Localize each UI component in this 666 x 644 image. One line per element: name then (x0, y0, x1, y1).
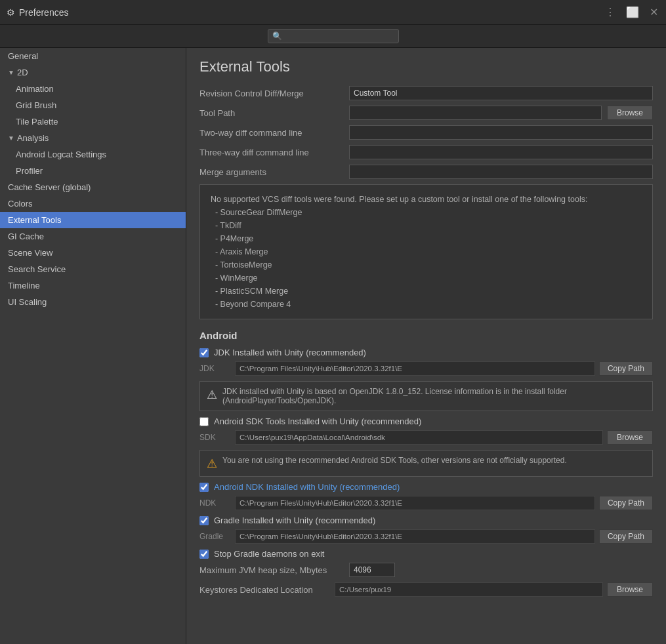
jvm-heap-label: Maximum JVM heap size, Mbytes (199, 565, 344, 575)
ndk-checkbox-label[interactable]: Android NDK Installed with Unity (recomm… (214, 482, 400, 492)
sidebar-label-general: General (8, 51, 38, 61)
revision-value[interactable] (349, 86, 653, 100)
sidebar-item-ui-scaling[interactable]: UI Scaling (0, 294, 186, 310)
close-icon[interactable]: ✕ (647, 5, 661, 20)
merge-args-label: Merge arguments (199, 167, 344, 177)
sidebar-label-external-tools: External Tools (8, 215, 61, 225)
sidebar-group-2d[interactable]: ▼ 2D (0, 64, 186, 81)
sidebar-item-colors[interactable]: Colors (0, 195, 186, 212)
sidebar: General ▼ 2D Animation Grid Brush Tile P… (0, 48, 186, 644)
sidebar-item-timeline[interactable]: Timeline (0, 277, 186, 294)
sdk-warning-text: You are not using the recommended Androi… (222, 456, 567, 465)
sdk-checkbox-row: Android SDK Tools Installed with Unity (… (199, 416, 653, 426)
sidebar-item-external-tools[interactable]: External Tools (0, 212, 186, 228)
jdk-checkbox-label: JDK Installed with Unity (recommended) (214, 348, 366, 357)
sidebar-label-gi-cache: GI Cache (8, 231, 44, 241)
keystores-browse-button[interactable]: Browse (607, 582, 653, 597)
sidebar-item-tile-palette[interactable]: Tile Palette (0, 113, 186, 130)
gradle-checkbox[interactable] (199, 516, 209, 525)
gradle-checkbox-row: Gradle Installed with Unity (recommended… (199, 515, 653, 525)
sidebar-item-android-logcat[interactable]: Android Logcat Settings (0, 146, 186, 163)
sidebar-item-gi-cache[interactable]: GI Cache (0, 228, 186, 245)
sidebar-group-analysis[interactable]: ▼ Analysis (0, 130, 186, 146)
sdk-path-input[interactable] (235, 430, 603, 445)
merge-args-row: Merge arguments (199, 165, 653, 179)
triangle-icon-2d: ▼ (8, 69, 14, 76)
content-inner: External Tools Revision Control Diff/Mer… (186, 48, 666, 613)
sdk-warning-icon: ⚠ (207, 456, 217, 471)
gradle-path-row: Gradle Copy Path (199, 529, 653, 544)
sidebar-item-profiler[interactable]: Profiler (0, 163, 186, 179)
ndk-checkbox[interactable] (199, 483, 209, 492)
tool-path-row: Tool Path Browse (199, 106, 653, 120)
content-area: External Tools Revision Control Diff/Mer… (186, 48, 666, 644)
revision-label: Revision Control Diff/Merge (199, 89, 344, 98)
search-bar: 🔍 (0, 25, 666, 48)
three-way-input[interactable] (349, 145, 653, 159)
search-icon: 🔍 (272, 31, 282, 41)
jdk-checkbox-row: JDK Installed with Unity (recommended) (199, 348, 653, 357)
more-options-icon[interactable]: ⋮ (602, 5, 618, 20)
sdk-warning-banner: ⚠ You are not using the recommended Andr… (199, 450, 653, 477)
android-heading: Android (199, 330, 653, 341)
search-input[interactable] (285, 31, 394, 41)
search-wrapper: 🔍 (268, 29, 399, 43)
jdk-path-input[interactable] (235, 361, 595, 376)
sdk-checkbox[interactable] (199, 417, 209, 426)
sidebar-label-profiler: Profiler (16, 166, 43, 176)
jdk-checkbox[interactable] (199, 348, 209, 357)
window-controls: ⋮ ⬜ ✕ (602, 5, 661, 20)
stop-gradle-checkbox-label: Stop Gradle daemons on exit (214, 549, 324, 559)
stop-gradle-checkbox[interactable] (199, 550, 209, 559)
sidebar-label-colors: Colors (8, 199, 33, 209)
jdk-info-text: JDK installed with Unity is based on Ope… (222, 387, 646, 405)
maximize-icon[interactable]: ⬜ (623, 5, 642, 20)
ndk-path-row: NDK Copy Path (199, 496, 653, 510)
sidebar-label-android-logcat: Android Logcat Settings (16, 150, 106, 159)
ndk-checkbox-row: Android NDK Installed with Unity (recomm… (199, 482, 653, 492)
ndk-path-label: NDK (199, 498, 231, 508)
sidebar-item-scene-view[interactable]: Scene View (0, 245, 186, 261)
stop-gradle-checkbox-row: Stop Gradle daemons on exit (199, 549, 653, 559)
gradle-path-input[interactable] (235, 529, 595, 544)
sidebar-label-tile-palette: Tile Palette (16, 117, 58, 127)
main-layout: General ▼ 2D Animation Grid Brush Tile P… (0, 48, 666, 644)
gradle-path-label: Gradle (199, 532, 231, 541)
keystores-input[interactable] (335, 582, 603, 597)
sidebar-item-general[interactable]: General (0, 48, 186, 64)
sidebar-label-animation: Animation (16, 84, 54, 94)
three-way-row: Three-way diff command line (199, 145, 653, 159)
tool-path-browse-button[interactable]: Browse (607, 106, 653, 120)
sidebar-label-analysis: Analysis (17, 133, 49, 143)
sidebar-item-search-service[interactable]: Search Service (0, 261, 186, 277)
page-title: External Tools (199, 58, 653, 75)
sidebar-label-cache-server: Cache Server (global) (8, 182, 91, 192)
jvm-heap-input[interactable] (349, 563, 395, 577)
triangle-icon-analysis: ▼ (8, 134, 14, 142)
ndk-copy-path-button[interactable]: Copy Path (599, 496, 653, 510)
tool-path-input[interactable] (349, 106, 602, 120)
keystores-label: Keystores Dedicated Location (199, 585, 331, 595)
gradle-copy-path-button[interactable]: Copy Path (599, 529, 653, 544)
sdk-browse-button[interactable]: Browse (607, 430, 653, 445)
ndk-path-input[interactable] (235, 496, 595, 510)
two-way-input[interactable] (349, 125, 653, 140)
window-icon: ⚙ (7, 7, 15, 18)
window-title: Preferences (19, 7, 68, 18)
sidebar-item-grid-brush[interactable]: Grid Brush (0, 97, 186, 113)
jdk-info-icon: ⚠ (207, 388, 217, 402)
gradle-checkbox-label: Gradle Installed with Unity (recommended… (214, 515, 375, 525)
two-way-label: Two-way diff command line (199, 128, 344, 138)
sdk-path-row: SDK Browse (199, 430, 653, 445)
vcs-info-box: No supported VCS diff tools were found. … (199, 184, 653, 319)
sidebar-item-animation[interactable]: Animation (0, 81, 186, 97)
sdk-checkbox-label: Android SDK Tools Installed with Unity (… (214, 416, 421, 426)
jdk-path-label: JDK (199, 364, 231, 373)
sidebar-item-cache-server[interactable]: Cache Server (global) (0, 179, 186, 195)
merge-args-input[interactable] (349, 165, 653, 179)
sidebar-label-grid-brush: Grid Brush (16, 100, 56, 110)
jdk-copy-path-button[interactable]: Copy Path (599, 361, 653, 376)
sidebar-label-2d: 2D (17, 68, 28, 77)
jvm-heap-row: Maximum JVM heap size, Mbytes (199, 563, 653, 577)
keystores-row: Keystores Dedicated Location Browse (199, 582, 653, 597)
